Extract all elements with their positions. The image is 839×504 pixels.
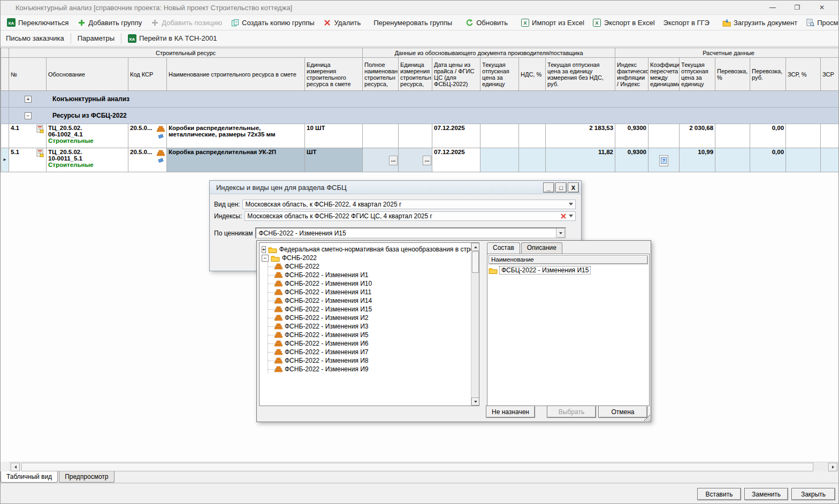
close-button[interactable]: ✕ xyxy=(810,1,834,14)
tree-item[interactable]: ФСНБ-2022 - Изменения И6 xyxy=(268,339,479,348)
parameters-button[interactable]: Параметры xyxy=(73,32,119,44)
collapse-minus-icon[interactable]: − xyxy=(262,255,269,262)
collapse-minus-icon[interactable]: − xyxy=(25,112,32,119)
dropdown-button[interactable] xyxy=(556,228,565,238)
customer-letter-button[interactable]: Письмо заказчика xyxy=(2,32,68,44)
cell-current-price2[interactable]: 10,99 xyxy=(680,148,715,172)
cell-name-selected[interactable]: Коробка распределительная УК-2П xyxy=(167,148,305,172)
refresh-button[interactable]: Обновить xyxy=(461,16,512,29)
ellipsis-button[interactable]: ... xyxy=(389,156,398,165)
minimize-button[interactable]: — xyxy=(760,1,785,14)
scrollbar-thumb[interactable] xyxy=(21,463,813,471)
scroll-left-button[interactable] xyxy=(11,463,20,471)
export-excel-button[interactable]: X Экспорт в Excel xyxy=(589,16,659,29)
col-price-date[interactable]: Дата цены из прайса / ФГИС ЦС (для ФСБЦ-… xyxy=(432,58,480,91)
col-full-name[interactable]: Полное наименован строительн ресурса, xyxy=(363,58,399,91)
coefficient-button[interactable]: ? xyxy=(659,155,668,166)
cell-conversion-coef[interactable] xyxy=(649,124,680,148)
cell-zsr-pct[interactable] xyxy=(786,148,821,172)
tab-opisanie[interactable]: Описание xyxy=(521,242,562,254)
list-item-selected[interactable]: ФСБЦ-2022 - Изменения И15 xyxy=(489,265,648,275)
switch-button[interactable]: КА Переключиться xyxy=(3,16,73,29)
col-vat[interactable]: НДС, % xyxy=(519,58,546,91)
cell-vat[interactable] xyxy=(519,124,546,148)
cell-zsr[interactable] xyxy=(821,124,838,148)
cell-full-name[interactable] xyxy=(363,124,399,148)
cell-unit[interactable]: ... xyxy=(399,148,432,172)
list-column-header[interactable]: Наименование xyxy=(489,255,648,264)
col-name[interactable]: Наименование строительного ресурса в сме… xyxy=(167,58,305,91)
tab-sostav[interactable]: Состав xyxy=(487,242,520,254)
scroll-up-button[interactable] xyxy=(471,243,479,251)
tree-item[interactable]: ФСНБ-2022 - Изменения И15 xyxy=(268,305,479,314)
maximize-button[interactable]: ❐ xyxy=(785,1,810,14)
resize-grip[interactable] xyxy=(644,415,650,421)
tree-item[interactable]: ФСНБ-2022 - Изменения И2 xyxy=(268,314,479,322)
col-price-no-vat[interactable]: Текущая отпускная цена за единицу измере… xyxy=(546,58,615,91)
cell-current-price[interactable] xyxy=(480,124,519,148)
group-row-konyunkturny-analiz[interactable]: + Конъюнктурный анализ xyxy=(1,91,839,108)
col-num[interactable]: № xyxy=(9,58,47,91)
col-ksr-code[interactable]: Код КСР xyxy=(128,58,167,91)
tree-item[interactable]: ФСНБ-2022 - Изменения И5 xyxy=(268,331,479,339)
cell-transport-pct[interactable] xyxy=(715,124,750,148)
cell-name[interactable]: Коробки распределительные, металлические… xyxy=(167,124,305,148)
cell-ksr-code[interactable]: 20.5.0... xyxy=(128,148,167,172)
col-current-price[interactable]: Текущая отпускная цена за единицу xyxy=(480,58,519,91)
replace-button[interactable]: Заменить xyxy=(744,488,788,500)
col-justification[interactable]: Обоснование xyxy=(47,58,128,91)
cell-unit[interactable] xyxy=(399,124,432,148)
cell-vat[interactable] xyxy=(519,148,546,172)
tree-item-root[interactable]: + Федеральная сметно-нормативная база це… xyxy=(260,245,479,254)
tree-item[interactable]: ФСНБ-2022 - Изменения И11 xyxy=(268,288,479,296)
dialog-maximize-button[interactable]: □ xyxy=(555,182,567,193)
group-row-resursy-fsbc-2022[interactable]: − Ресурсы из ФСБЦ-2022 xyxy=(1,108,839,124)
horizontal-scrollbar[interactable] xyxy=(9,462,838,471)
import-excel-button[interactable]: X Импорт из Excel xyxy=(516,16,589,29)
cell-unit-estimate[interactable]: ШТ xyxy=(305,148,363,172)
dialog-minimize-button[interactable]: _ xyxy=(543,182,554,193)
table-row-selected[interactable]: ▸ 5.1 ТЦ_20.5.02. 10-0011_5.1 Строительн… xyxy=(1,148,839,172)
expand-plus-icon[interactable]: + xyxy=(262,246,266,253)
col-transport-rub[interactable]: Перевозка, руб. xyxy=(750,58,786,91)
cell-zsr-pct[interactable] xyxy=(786,124,821,148)
clear-x-icon[interactable] xyxy=(560,213,567,219)
col-zsr-pct[interactable]: ЗСР, % xyxy=(786,58,821,91)
tree-item[interactable]: ФСНБ-2022 - Изменения И14 xyxy=(268,296,479,305)
insert-button[interactable]: Вставить xyxy=(697,488,741,500)
goto-ka-tsn-button[interactable]: КА Перейти в КА ТСН-2001 xyxy=(124,32,221,45)
dialog-close-button[interactable]: X xyxy=(568,182,579,193)
select-button[interactable]: Выбрать xyxy=(547,406,596,418)
tree-scrollbar[interactable] xyxy=(471,243,479,406)
cell-current-price[interactable] xyxy=(480,148,519,172)
cell-num[interactable]: 4.1 xyxy=(9,124,47,148)
tree-item[interactable]: ФСНБ-2022 - Изменения И9 xyxy=(268,365,479,373)
cell-price-date[interactable]: 07.12.2025 xyxy=(432,148,480,172)
scrollbar-thumb[interactable] xyxy=(472,251,479,273)
tree-item[interactable]: ФСНБ-2022 - Изменения И1 xyxy=(268,271,479,279)
cell-justification[interactable]: ТЦ_20.5.02. 06-1002_4.1 Строительные xyxy=(47,124,128,148)
close-bottom-button[interactable]: Закрыть xyxy=(791,488,835,500)
tab-preview[interactable]: Предпросмотр xyxy=(59,471,114,483)
export-gge-button[interactable]: Экспорт в ГГЭ xyxy=(659,17,714,29)
cell-price-date[interactable]: 07.12.2025 xyxy=(432,124,480,148)
table-row[interactable]: 4.1 ТЦ_20.5.02. 06-1002_4.1 Строительные… xyxy=(1,124,839,148)
scroll-down-button[interactable] xyxy=(471,398,479,406)
cell-justification[interactable]: ТЦ_20.5.02. 10-0011_5.1 Строительные xyxy=(47,148,128,172)
tree-item[interactable]: ФСНБ-2022 xyxy=(268,262,479,271)
cancel-button[interactable]: Отмена xyxy=(598,406,647,418)
cell-full-name[interactable]: ... xyxy=(363,148,399,172)
cell-num[interactable]: 5.1 xyxy=(9,148,47,172)
load-document-button[interactable]: Загрузить документ xyxy=(718,16,802,29)
ellipsis-button[interactable]: ... xyxy=(423,156,431,165)
dialog-title-bar[interactable]: Индексы и виды цен для раздела ФСБЦ _ □ … xyxy=(210,181,581,194)
col-current-price2[interactable]: Текущая отпускная цена за единицу xyxy=(680,58,715,91)
expand-plus-icon[interactable]: + xyxy=(25,96,32,103)
tree-item[interactable]: ФСНБ-2022 - Изменения И7 xyxy=(268,348,479,356)
tree-item-root[interactable]: − ФСНБ-2022 xyxy=(260,254,479,262)
cell-zsr[interactable] xyxy=(821,148,838,172)
cell-unit-estimate[interactable]: 10 ШТ xyxy=(305,124,363,148)
add-group-button[interactable]: Добавить группу xyxy=(73,16,146,29)
delete-button[interactable]: Удалить xyxy=(319,16,365,29)
cell-transport-rub[interactable]: 0,00 xyxy=(750,148,786,172)
